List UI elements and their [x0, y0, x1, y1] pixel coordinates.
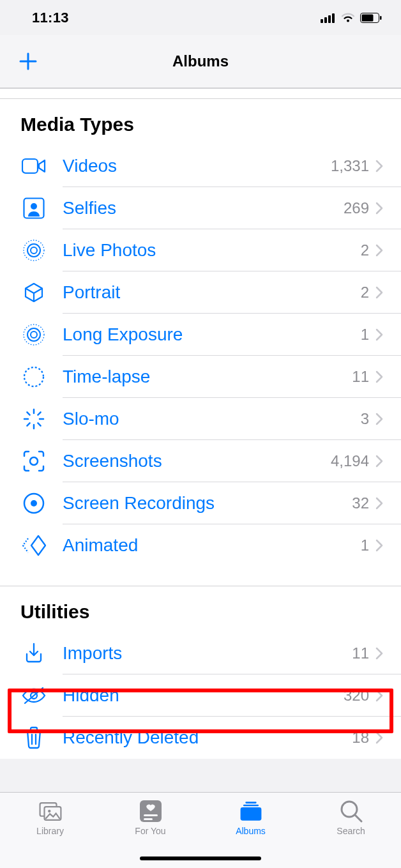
row-label: Recently Deleted [63, 727, 352, 748]
svg-point-10 [31, 247, 37, 254]
chevron-right-icon [375, 286, 383, 299]
status-bar: 11:13 [0, 0, 401, 35]
svg-line-24 [27, 423, 29, 425]
hidden-icon [20, 682, 47, 709]
tab-bar: Library For You Albums Search [0, 792, 401, 868]
imports-icon [20, 640, 47, 667]
home-indicator[interactable] [140, 857, 261, 860]
row-label: Screenshots [63, 451, 331, 471]
row-long-exposure[interactable]: Long Exposure 1 [0, 314, 401, 356]
selfies-icon [20, 195, 47, 222]
row-count: 32 [352, 494, 369, 512]
row-animated[interactable]: Animated 1 [0, 524, 401, 567]
tab-library[interactable]: Library [0, 799, 100, 868]
for-you-icon [139, 799, 163, 823]
row-count: 11 [352, 644, 369, 662]
row-recently-deleted[interactable]: Recently Deleted 18 [0, 717, 401, 759]
row-label: Live Photos [63, 240, 361, 261]
status-time: 11:13 [32, 10, 69, 26]
row-hidden[interactable]: Hidden 320 [0, 674, 401, 717]
tab-label: Search [337, 826, 365, 836]
row-label: Portrait [63, 282, 361, 303]
row-label: Time-lapse [63, 367, 352, 387]
row-count: 1,331 [331, 157, 369, 175]
chevron-right-icon [375, 328, 383, 341]
svg-point-9 [31, 203, 37, 209]
row-count: 269 [344, 199, 369, 217]
section-header-utilities: Utilities [0, 586, 401, 632]
row-label: Animated [63, 535, 361, 556]
svg-line-22 [38, 423, 40, 425]
row-live-photos[interactable]: Live Photos 2 [0, 229, 401, 271]
row-count: 2 [361, 241, 369, 259]
row-label: Long Exposure [63, 324, 361, 345]
add-button[interactable] [18, 51, 38, 72]
video-icon [20, 153, 47, 179]
row-videos[interactable]: Videos 1,331 [0, 145, 401, 187]
timelapse-icon [20, 363, 47, 390]
row-count: 11 [352, 368, 369, 386]
long-exposure-icon [20, 321, 47, 348]
svg-rect-39 [243, 805, 258, 807]
tab-search[interactable]: Search [301, 799, 401, 868]
row-screen-recordings[interactable]: Screen Recordings 32 [0, 482, 401, 524]
svg-rect-1 [324, 17, 327, 23]
tab-label: Library [36, 826, 64, 836]
row-label: Selfies [63, 198, 344, 218]
chevron-right-icon [375, 244, 383, 257]
svg-rect-37 [144, 818, 153, 820]
row-label: Videos [63, 156, 331, 176]
svg-rect-0 [321, 19, 323, 23]
library-icon [38, 799, 63, 823]
svg-rect-7 [22, 159, 38, 173]
svg-line-21 [27, 412, 29, 415]
svg-line-23 [38, 412, 40, 415]
row-count: 320 [344, 687, 369, 704]
svg-rect-5 [362, 14, 374, 21]
battery-icon [360, 13, 382, 23]
row-count: 3 [361, 410, 369, 428]
row-selfies[interactable]: Selfies 269 [0, 187, 401, 229]
search-icon [339, 799, 363, 823]
nav-title: Albums [172, 52, 229, 70]
row-slo-mo[interactable]: Slo-mo 3 [0, 398, 401, 440]
row-screenshots[interactable]: Screenshots 4,194 [0, 440, 401, 482]
tab-label: For You [135, 826, 165, 836]
chevron-right-icon [375, 370, 383, 383]
row-time-lapse[interactable]: Time-lapse 11 [0, 356, 401, 398]
slomo-icon [20, 406, 47, 432]
svg-rect-2 [328, 15, 331, 23]
row-imports[interactable]: Imports 11 [0, 632, 401, 674]
cellular-signal-icon [321, 13, 336, 23]
row-count: 18 [352, 729, 369, 747]
row-label: Imports [63, 643, 352, 664]
portrait-icon [20, 279, 47, 306]
live-photos-icon [20, 237, 47, 264]
svg-rect-3 [332, 13, 335, 23]
status-indicators [321, 13, 382, 23]
chevron-right-icon [375, 689, 383, 702]
svg-point-15 [24, 324, 44, 345]
svg-point-27 [31, 500, 37, 506]
plus-icon [18, 51, 38, 72]
previous-section-edge [0, 89, 401, 99]
recently-deleted-icon [20, 724, 47, 751]
chevron-right-icon [375, 160, 383, 172]
svg-rect-40 [240, 807, 261, 821]
row-label: Slo-mo [63, 409, 361, 429]
svg-point-13 [31, 331, 37, 338]
chevron-right-icon [375, 731, 383, 744]
chevron-right-icon [375, 202, 383, 215]
row-count: 2 [361, 284, 369, 301]
wifi-icon [341, 13, 355, 23]
row-count: 1 [361, 537, 369, 554]
svg-point-34 [48, 810, 50, 812]
svg-rect-36 [144, 814, 158, 816]
svg-point-16 [24, 367, 43, 386]
chevron-right-icon [375, 647, 383, 660]
row-portrait[interactable]: Portrait 2 [0, 271, 401, 314]
svg-line-42 [355, 815, 361, 821]
section-header-media-types: Media Types [0, 99, 401, 145]
content: Media Types Videos 1,331 Selfies 269 Liv… [0, 88, 401, 759]
svg-point-12 [24, 240, 44, 261]
